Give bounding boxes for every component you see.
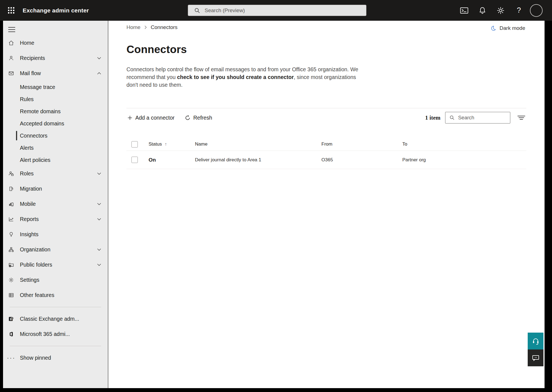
column-header-to[interactable]: To — [402, 141, 526, 147]
sidebar-item-mail-flow[interactable]: Mail flow — [3, 66, 108, 81]
terminal-icon — [460, 7, 468, 14]
column-header-status[interactable]: Status ↑ — [149, 141, 195, 147]
sidebar-item-mobile[interactable]: Mobile — [3, 196, 108, 212]
notifications-button[interactable] — [475, 3, 490, 18]
sidebar-item-roles[interactable]: Roles — [3, 166, 108, 181]
sidebar-item-alert-policies[interactable]: Alert policies — [3, 154, 108, 166]
refresh-icon — [185, 115, 190, 120]
left-navigation: Home Recipients Mail flow Message trace … — [3, 21, 108, 388]
avatar[interactable] — [530, 4, 543, 17]
column-header-from[interactable]: From — [321, 141, 402, 147]
list-search-input[interactable] — [458, 115, 502, 121]
refresh-button[interactable]: Refresh — [184, 113, 213, 123]
sort-ascending-icon: ↑ — [165, 142, 167, 147]
support-button[interactable] — [528, 333, 543, 349]
chevron-up-icon — [97, 72, 101, 75]
sidebar-item-settings[interactable]: Settings — [3, 272, 108, 288]
plus-icon — [128, 115, 132, 120]
main-content: Home Connectors Dark mode Connectors Con… — [108, 21, 545, 388]
global-search-box[interactable] — [188, 5, 366, 16]
global-search-input[interactable] — [205, 7, 354, 14]
sidebar-item-m365-admin[interactable]: Microsoft 365 admi... — [3, 327, 108, 342]
sidebar-item-alerts[interactable]: Alerts — [3, 142, 108, 154]
sidebar-item-remote-domains[interactable]: Remote domains — [3, 105, 108, 117]
sidebar-item-label: Migration — [20, 186, 42, 192]
org-chart-icon — [8, 247, 14, 252]
sidebar-item-message-trace[interactable]: Message trace — [3, 81, 108, 93]
ellipsis-icon: ··· — [8, 357, 14, 359]
sidebar-item-rules[interactable]: Rules — [3, 93, 108, 105]
sidebar-item-insights[interactable]: Insights — [3, 227, 108, 242]
search-icon — [194, 7, 200, 14]
sidebar-divider — [10, 346, 101, 346]
chevron-down-icon — [97, 264, 101, 266]
sidebar-item-reports[interactable]: Reports — [3, 212, 108, 227]
help-button[interactable]: ? — [512, 3, 526, 18]
sidebar-item-show-pinned[interactable]: ··· Show pinned — [3, 350, 108, 365]
row-from: O365 — [321, 157, 402, 163]
sidebar-item-label: Microsoft 365 admi... — [20, 331, 70, 337]
select-all-checkbox[interactable] — [131, 141, 138, 148]
column-header-name[interactable]: Name — [195, 141, 321, 147]
lightbulb-icon — [8, 231, 14, 237]
item-count: 1 item — [425, 114, 440, 121]
question-mark-icon: ? — [517, 6, 521, 15]
feedback-bubble-icon — [532, 354, 540, 362]
row-to: Partner org — [402, 157, 526, 163]
sidebar-item-connectors[interactable]: Connectors — [3, 130, 108, 142]
sidebar-item-label: Insights — [20, 231, 38, 238]
sidebar-item-label: Message trace — [20, 84, 55, 90]
row-status: On — [149, 157, 195, 163]
sidebar-item-label: Accepted domains — [20, 120, 64, 127]
sidebar-item-label: Home — [20, 40, 34, 46]
sidebar-item-home[interactable]: Home — [3, 35, 108, 51]
sidebar-item-recipients[interactable]: Recipients — [3, 51, 108, 66]
nav-collapse-button[interactable] — [3, 24, 20, 35]
sidebar-item-accepted-domains[interactable]: Accepted domains — [3, 117, 108, 130]
sidebar-item-migration[interactable]: Migration — [3, 181, 108, 196]
list-search-box[interactable] — [445, 112, 510, 123]
moon-icon — [490, 25, 496, 31]
sidebar-item-label: Remote domains — [20, 108, 60, 115]
powershell-button[interactable] — [457, 3, 471, 18]
chevron-down-icon — [97, 203, 101, 205]
content-divider — [126, 108, 526, 108]
home-icon — [8, 40, 14, 46]
table-header-row: Status ↑ Name From To — [126, 138, 526, 151]
sidebar-item-other-features[interactable]: Other features — [3, 288, 108, 303]
filter-button[interactable] — [516, 113, 526, 123]
description-link[interactable]: check to see if you should create a conn… — [177, 74, 294, 80]
add-connector-label: Add a connector — [135, 115, 175, 121]
page-title: Connectors — [126, 43, 187, 56]
waffle-icon — [8, 7, 14, 14]
sidebar-item-label: Settings — [20, 277, 39, 283]
row-checkbox[interactable] — [131, 157, 138, 163]
table-grid-icon — [8, 292, 14, 298]
breadcrumb: Home Connectors — [126, 24, 178, 30]
refresh-label: Refresh — [193, 115, 212, 121]
dark-mode-toggle[interactable]: Dark mode — [490, 25, 525, 31]
sidebar-item-label: Show pinned — [20, 355, 51, 361]
sidebar-item-organization[interactable]: Organization — [3, 242, 108, 257]
table-row[interactable]: On Deliver journal directly to Area 1 O3… — [126, 151, 526, 169]
sidebar-item-label: Organization — [20, 246, 51, 253]
row-name[interactable]: Deliver journal directly to Area 1 — [195, 157, 321, 163]
column-label: To — [402, 141, 407, 147]
breadcrumb-home-link[interactable]: Home — [126, 24, 141, 30]
topbar-actions: ? — [457, 0, 543, 21]
feedback-button[interactable] — [528, 349, 543, 366]
sidebar-item-public-folders[interactable]: Public folders — [3, 257, 108, 272]
settings-button[interactable] — [493, 3, 508, 18]
sidebar-item-classic-exchange-admin[interactable]: E Classic Exchange adm... — [3, 311, 108, 327]
connectors-table: Status ↑ Name From To On Deliver journal… — [126, 138, 526, 169]
gear-icon — [497, 7, 505, 14]
app-launcher-waffle-icon[interactable] — [3, 3, 19, 18]
column-label: Name — [195, 141, 207, 147]
column-label: Status — [149, 141, 162, 147]
row-checkbox-cell — [126, 157, 149, 163]
add-connector-button[interactable]: Add a connector — [126, 113, 176, 123]
mail-icon — [8, 70, 14, 76]
sidebar-item-label: Connectors — [20, 133, 47, 139]
breadcrumb-current: Connectors — [151, 24, 178, 30]
header-checkbox-cell — [126, 141, 149, 148]
